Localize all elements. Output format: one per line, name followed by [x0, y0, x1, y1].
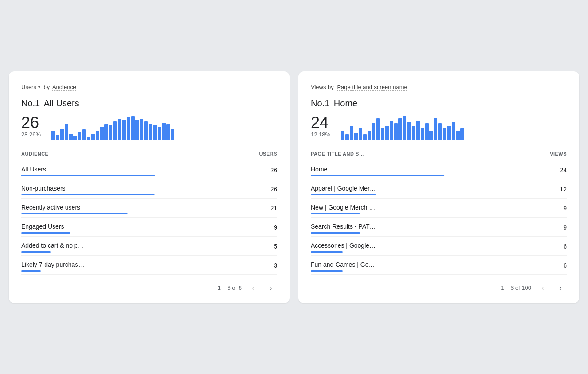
right-header-space — [335, 84, 337, 90]
progress-bar-fill — [21, 270, 41, 272]
sparkline-bar — [104, 124, 108, 140]
row-label: Fun and Games | Go… — [311, 261, 556, 268]
left-prev-button[interactable]: ‹ — [247, 282, 259, 294]
progress-bar-track — [311, 194, 553, 195]
row-content: Non-purchasers — [21, 185, 263, 195]
right-table-body: Home24Apparel | Google Mer…12New | Googl… — [311, 160, 567, 275]
table-row[interactable]: Non-purchasers26 — [21, 179, 277, 199]
table-row[interactable]: Fun and Games | Go…6 — [311, 256, 567, 275]
progress-bar-fill — [21, 251, 51, 253]
sparkline-bar — [403, 116, 406, 140]
progress-bar-track — [21, 232, 267, 234]
sparkline-bar — [135, 120, 139, 140]
sparkline-bar — [140, 119, 143, 140]
sparkline-bar — [171, 129, 174, 140]
right-top-row: No.1 Home — [311, 98, 567, 109]
table-row[interactable]: New | Google Merch …9 — [311, 199, 567, 218]
row-value: 21 — [270, 204, 277, 212]
right-header-prefix: Views by — [311, 84, 334, 90]
left-header-link[interactable]: Audience — [52, 84, 76, 90]
progress-bar-fill — [21, 175, 155, 176]
sparkline-bar — [412, 126, 415, 140]
right-metric-value: 24 12.18% — [311, 114, 330, 138]
progress-bar-fill — [311, 194, 376, 195]
sparkline-bar — [390, 121, 393, 140]
left-metric-number: 26 — [21, 114, 41, 132]
table-row[interactable]: Search Results - PAT…9 — [311, 218, 567, 237]
table-row[interactable]: Added to cart & no p…5 — [21, 237, 277, 256]
table-row[interactable]: Likely 7-day purchas…3 — [21, 256, 277, 275]
row-content: Fun and Games | Go… — [311, 261, 556, 272]
row-label: Non-purchasers — [21, 185, 263, 192]
row-label: Accessories | Google… — [311, 242, 556, 249]
progress-bar-fill — [21, 232, 70, 234]
left-header-prefix: Users — [21, 84, 36, 90]
row-label: Apparel | Google Mer… — [311, 185, 553, 192]
sparkline-bar — [149, 124, 152, 140]
right-pagination-text: 1 – 6 of 100 — [501, 284, 531, 291]
row-content: Engaged Users — [21, 223, 267, 234]
right-next-button[interactable]: › — [554, 282, 567, 294]
right-top-label: Home — [334, 98, 357, 108]
row-value: 9 — [563, 223, 567, 231]
left-card-header: Users ▾ by Audience — [21, 84, 277, 90]
progress-bar-track — [21, 270, 267, 272]
right-prev-button[interactable]: ‹ — [537, 282, 549, 294]
sparkline-bar — [166, 124, 170, 140]
sparkline-bar — [91, 134, 95, 140]
table-row[interactable]: Home24 — [311, 160, 567, 179]
sparkline-bar — [131, 116, 135, 140]
sparkline-bar — [443, 128, 446, 140]
left-sparkline — [51, 114, 277, 140]
sparkline-bar — [447, 126, 451, 140]
right-metric-row: 24 12.18% — [311, 114, 567, 140]
left-metric-value: 26 28.26% — [21, 114, 41, 138]
sparkline-bar — [354, 133, 358, 140]
row-content: Accessories | Google… — [311, 242, 556, 253]
progress-bar-fill — [311, 213, 360, 214]
sparkline-bar — [345, 134, 349, 140]
left-table-header: AUDIENCE USERS — [21, 151, 277, 160]
progress-bar-track — [21, 213, 263, 214]
row-label: Likely 7-day purchas… — [21, 261, 267, 268]
sparkline-bar — [69, 134, 73, 140]
table-row[interactable]: All Users26 — [21, 160, 277, 179]
right-sparkline — [341, 114, 567, 140]
right-metric-pct: 12.18% — [311, 131, 330, 138]
row-content: Recently active users — [21, 204, 263, 214]
right-header-link[interactable]: Page title and screen name — [337, 84, 407, 90]
left-header-dropdown[interactable]: ▾ — [38, 85, 40, 90]
row-value: 26 — [270, 166, 277, 174]
progress-bar-track — [21, 175, 263, 176]
sparkline-bar — [350, 126, 353, 140]
table-row[interactable]: Apparel | Google Mer…12 — [311, 179, 567, 199]
right-pagination: 1 – 6 of 100 ‹ › — [311, 282, 567, 294]
row-value: 5 — [274, 242, 277, 250]
sparkline-bar — [162, 123, 166, 140]
sparkline-bar — [122, 120, 126, 140]
sparkline-bar — [421, 128, 424, 140]
left-next-button[interactable]: › — [265, 282, 277, 294]
progress-bar-track — [21, 251, 267, 253]
sparkline-bar — [87, 137, 90, 140]
sparkline-bar — [65, 124, 68, 140]
table-row[interactable]: Recently active users21 — [21, 199, 277, 218]
row-content: Home — [311, 166, 553, 176]
table-row[interactable]: Engaged Users9 — [21, 218, 277, 237]
sparkline-bar — [118, 119, 121, 140]
sparkline-bar — [51, 131, 55, 140]
progress-bar-track — [311, 270, 556, 272]
row-content: Search Results - PAT… — [311, 223, 556, 234]
row-value: 6 — [563, 242, 567, 250]
sparkline-bar — [381, 128, 384, 140]
row-content: All Users — [21, 166, 263, 176]
row-value: 3 — [274, 261, 277, 269]
sparkline-bar — [460, 128, 464, 140]
row-label: Engaged Users — [21, 223, 267, 230]
row-value: 26 — [270, 185, 277, 193]
left-metric-pct: 28.26% — [21, 131, 41, 138]
left-card: Users ▾ by Audience No.1 All Users 26 28… — [9, 71, 290, 303]
table-row[interactable]: Accessories | Google…6 — [311, 237, 567, 256]
progress-bar-track — [311, 175, 553, 176]
row-label: Recently active users — [21, 204, 263, 211]
